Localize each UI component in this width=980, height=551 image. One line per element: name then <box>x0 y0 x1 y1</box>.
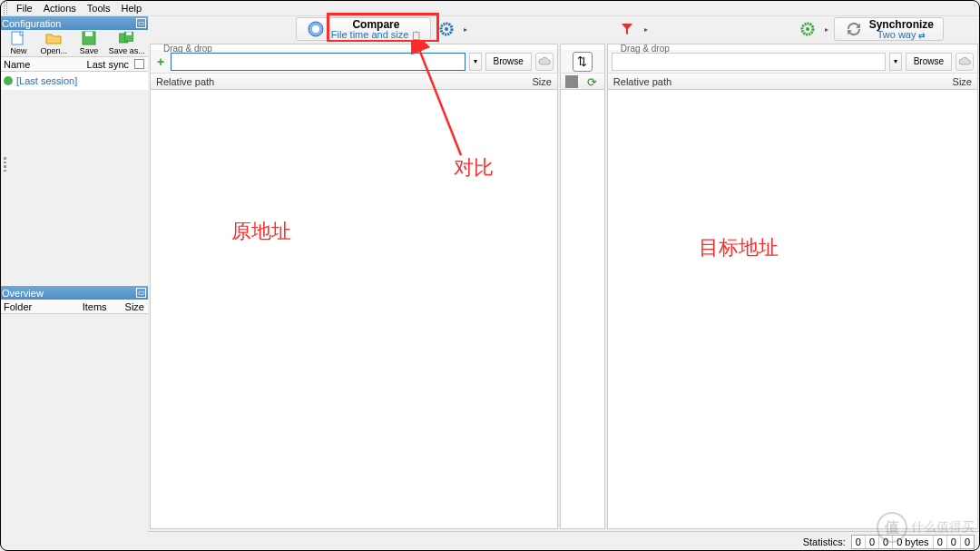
menu-grip[interactable] <box>4 2 7 15</box>
chevron-right-icon: ▸ <box>462 25 469 34</box>
synchronize-button[interactable]: Synchronize Two way ⇄ <box>834 17 944 41</box>
add-pair-button[interactable]: + <box>154 53 167 71</box>
right-pane: Drag & drop ▾ Browse Relative path Size <box>607 44 978 529</box>
col-folder[interactable]: Folder <box>4 301 64 312</box>
left-list-header: Relative path Size <box>151 74 557 90</box>
overview-list-header: Folder Items Size <box>0 300 148 314</box>
svg-point-7 <box>312 25 319 33</box>
svg-point-11 <box>806 27 809 31</box>
config-toolbar: New Open... Save Save as... <box>0 30 148 57</box>
grid-icon[interactable] <box>134 59 144 69</box>
open-label: Open... <box>40 46 67 55</box>
swap-sides-button[interactable]: ⇅ <box>573 52 593 72</box>
right-file-list[interactable] <box>608 90 977 528</box>
cloud-icon <box>538 57 551 66</box>
left-pane: Drag & drop + ▾ Browse Relative path Siz… <box>150 44 558 529</box>
saveas-button[interactable]: Save as... <box>107 31 146 55</box>
sidebar: Configuration ▭ New Open... Save Save as… <box>0 16 148 525</box>
cloud-icon <box>958 57 971 66</box>
config-panel-header: Configuration ▭ <box>0 16 148 30</box>
save-label: Save <box>80 46 99 55</box>
col-lastsync[interactable]: Last sync <box>87 59 129 70</box>
stat-bytes: 0 bytes <box>893 536 933 548</box>
svg-point-9 <box>445 27 448 31</box>
compare-icon <box>306 20 326 38</box>
saveas-label: Save as... <box>109 46 145 55</box>
stat-5: 0 <box>947 536 961 548</box>
action-list <box>561 90 604 528</box>
compare-settings-button[interactable] <box>435 18 458 40</box>
sync-icon <box>844 20 864 38</box>
menu-bar: File Actions Tools Help <box>0 0 980 16</box>
path-dropdown[interactable]: ▾ <box>469 53 482 71</box>
col-size[interactable]: Size <box>532 76 551 87</box>
col-relpath[interactable]: Relative path <box>156 76 532 87</box>
path-dropdown[interactable]: ▾ <box>889 53 902 71</box>
new-label: New <box>10 46 26 55</box>
menu-actions[interactable]: Actions <box>38 3 82 14</box>
gear-blue-icon <box>439 22 454 36</box>
col-size[interactable]: Size <box>125 301 144 312</box>
browse-button[interactable]: Browse <box>906 53 952 71</box>
gear-green-icon <box>800 22 815 36</box>
status-bar: Statistics: 0 0 0 0 bytes 0 0 0 <box>148 531 980 551</box>
menu-help[interactable]: Help <box>116 3 148 14</box>
funnel-icon <box>620 22 634 36</box>
statistics-values: 0 0 0 0 bytes 0 0 0 <box>851 535 975 549</box>
col-size[interactable]: Size <box>953 76 972 87</box>
filter-button[interactable] <box>615 18 639 40</box>
dragdrop-hint: Drag & drop <box>621 44 670 54</box>
equal-filter-icon[interactable] <box>565 75 578 88</box>
col-items[interactable]: Items <box>83 301 107 312</box>
stat-4: 0 <box>934 536 947 548</box>
menu-file[interactable]: File <box>11 3 38 14</box>
right-path-input[interactable] <box>612 53 886 71</box>
middle-header: ⟳ <box>561 74 604 90</box>
overview-title: Overview <box>2 288 44 299</box>
save-button[interactable]: Save <box>73 31 106 55</box>
config-list-item[interactable]: [Last session] <box>0 72 148 90</box>
session-name: [Last session] <box>16 75 77 86</box>
svg-rect-5 <box>126 32 132 34</box>
stat-1: 0 <box>852 536 866 548</box>
dragdrop-hint: Drag & drop <box>163 44 212 54</box>
stat-3: 0 <box>879 536 893 548</box>
cloud-button[interactable] <box>956 53 974 71</box>
middle-pane: ⇅ ⟳ <box>560 44 605 529</box>
new-button[interactable]: New <box>2 31 35 55</box>
left-path-input[interactable] <box>171 53 466 71</box>
statistics-label: Statistics: <box>803 536 846 547</box>
cloud-button[interactable] <box>535 53 554 71</box>
svg-rect-0 <box>12 32 23 44</box>
panel-collapse-icon[interactable]: ▭ <box>136 288 146 298</box>
chevron-right-icon: ▸ <box>642 25 650 34</box>
right-list-header: Relative path Size <box>608 74 977 90</box>
drag-handle-icon[interactable] <box>4 157 9 172</box>
panel-collapse-icon[interactable]: ▭ <box>136 18 146 28</box>
chevron-right-icon: ▸ <box>823 25 830 34</box>
stat-2: 0 <box>866 536 879 548</box>
overview-panel-header: Overview ▭ <box>0 286 148 300</box>
svg-rect-2 <box>85 32 93 36</box>
sync-settings-button[interactable] <box>796 18 819 40</box>
open-button[interactable]: Open... <box>37 31 71 55</box>
refresh-icon[interactable]: ⟳ <box>587 75 600 88</box>
session-status-icon <box>4 76 13 85</box>
main-area: Drag & drop + ▾ Browse Relative path Siz… <box>148 42 980 531</box>
browse-button[interactable]: Browse <box>485 53 532 71</box>
overview-panel: Overview ▭ Folder Items Size <box>0 286 148 314</box>
col-name[interactable]: Name <box>4 59 30 70</box>
main-toolbar: Compare File time and size 📋 ▸ ▸ ▸ Synch… <box>148 16 980 42</box>
left-file-list[interactable] <box>151 90 557 528</box>
sync-subtitle: Two way ⇄ <box>877 30 926 40</box>
config-title: Configuration <box>2 18 61 29</box>
config-list-header: Name Last sync <box>0 57 148 72</box>
col-relpath[interactable]: Relative path <box>613 76 953 87</box>
compare-button[interactable]: Compare File time and size 📋 <box>296 17 431 41</box>
menu-tools[interactable]: Tools <box>82 3 116 14</box>
stat-6: 0 <box>961 536 974 548</box>
compare-subtitle: File time and size 📋 <box>331 30 421 40</box>
